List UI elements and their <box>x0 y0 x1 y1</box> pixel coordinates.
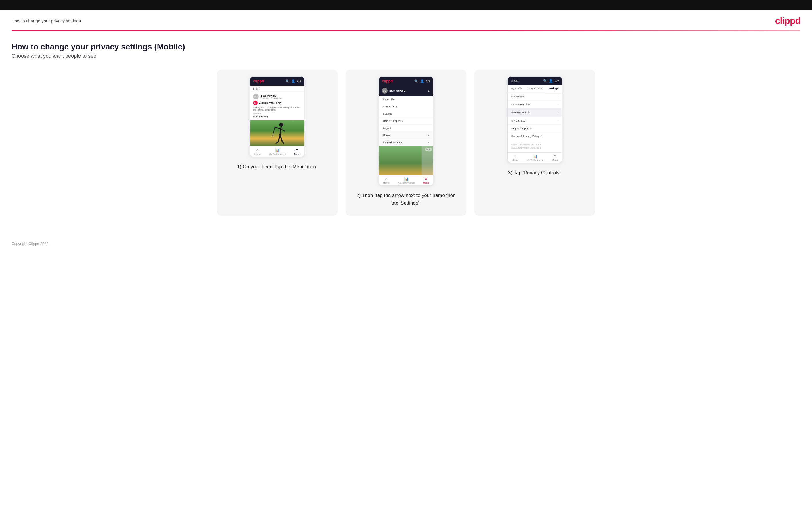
settings-icon-2: ⊕▾ <box>426 79 430 83</box>
phone3-bottomnav: ⌂ Home 📊 My Performance ≡ Menu <box>508 152 562 163</box>
phone-mockup-1: clippd 🔍 👤 ⊕▾ Feed BM Blair McHarg <box>250 76 305 157</box>
menu-item-settings-label: Settings <box>383 112 393 115</box>
menu-item-helpsupport: Help & Support ↗ <box>379 117 433 125</box>
phone2-bottomnav: ⌂ Home 📊 My Performance ✕ Menu <box>379 175 433 185</box>
feed-tab: Feed <box>250 86 304 91</box>
phone3-nav-performance-label: My Performance <box>526 159 544 161</box>
phone1-icons: 🔍 👤 ⊕▾ <box>286 79 301 83</box>
feed-user-name: Blair McHarg <box>260 94 283 97</box>
chevron-privacycontrols: › <box>558 111 558 114</box>
phone1-nav-home-label: Home <box>254 153 260 155</box>
menu-user-name: Blair McHarg <box>389 89 405 92</box>
user-icon-2: 👤 <box>420 79 424 83</box>
menu-item-logout-label: Logout <box>383 127 391 129</box>
home-icon-2: ⌂ <box>385 177 387 181</box>
phone2-nav-home-label: Home <box>383 181 389 184</box>
phone1-topbar: clippd 🔍 👤 ⊕▾ <box>250 77 304 86</box>
menu-section-home-label: Home <box>383 134 390 137</box>
svg-line-8 <box>283 142 284 143</box>
settings-item-dataintegrations-label: Data Integrations <box>511 103 531 106</box>
app-badge: APP <box>425 148 432 151</box>
settings-item-dataintegrations: Data Integrations › <box>508 101 562 109</box>
phone3-icons: 🔍 👤 ⊕▾ <box>543 79 559 83</box>
menu-icon-3: ≡ <box>554 154 556 158</box>
menu-item-logout: Logout <box>379 125 433 132</box>
feed-golf-image <box>250 120 304 146</box>
phone2-nav-home: ⌂ Home <box>383 177 389 184</box>
lesson-icon: ▶ <box>253 101 258 105</box>
back-chevron: ‹ <box>511 79 511 82</box>
menu-avatar: BM <box>382 88 388 94</box>
feed-lesson-title: ▶ Lesson with Fordy <box>253 101 301 105</box>
feed-lesson-desc: Looking to feel like my hands are exitin… <box>253 106 301 111</box>
svg-point-0 <box>279 123 283 127</box>
step3-caption: 3) Tap 'Privacy Controls'. <box>508 169 562 177</box>
phone2-nav-close: ✕ Menu <box>423 177 429 184</box>
tab-connections[interactable]: Connections <box>525 85 545 92</box>
phone2-nav-performance: 📊 My Performance <box>398 177 415 184</box>
phone1-nav-menu: ≡ Menu <box>294 148 300 155</box>
phone-mockup-2: clippd 🔍 👤 ⊕▾ BM Blair McHarg <box>379 76 433 185</box>
settings-item-helpsupport: Help & Support ↗ <box>508 125 562 132</box>
cards-row: clippd 🔍 👤 ⊕▾ Feed BM Blair McHarg <box>11 69 801 216</box>
svg-line-1 <box>280 127 281 135</box>
feed-user-sub: Yesterday · Sunningdale <box>260 97 283 99</box>
menu-section-home: Home ▾ <box>379 132 433 139</box>
feed-post: BM Blair McHarg Yesterday · Sunningdale … <box>250 91 304 120</box>
search-icon-2: 🔍 <box>414 79 418 83</box>
svg-line-5 <box>278 135 280 142</box>
menu-icon: ≡ <box>296 148 299 152</box>
svg-line-7 <box>276 142 278 143</box>
copyright: Copyright Clippd 2022 <box>11 241 49 246</box>
chart-icon: 📊 <box>275 148 280 152</box>
chevron-myaccount: › <box>558 95 558 98</box>
menu-chevron-up: ▲ <box>427 89 430 93</box>
settings-item-mygolfbag-label: My Golf Bag <box>511 119 525 122</box>
step2-caption: 2) Then, tap the arrow next to your name… <box>353 192 459 207</box>
phone-mockup-3: ‹ Back 🔍 👤 ⊕▾ My Profile Connections Set… <box>507 76 562 163</box>
svg-line-6 <box>280 135 283 142</box>
phone2-nav-performance-label: My Performance <box>398 181 415 184</box>
settings-icon: ⊕▾ <box>297 79 301 83</box>
tab-settings[interactable]: Settings <box>545 85 561 93</box>
footer: Copyright Clippd 2022 <box>0 236 812 251</box>
settings-item-myaccount-label: My Account <box>511 95 525 98</box>
feed-user-row: BM Blair McHarg Yesterday · Sunningdale <box>253 94 301 99</box>
menu-item-myprofile-label: My Profile <box>383 98 395 101</box>
phone3-nav-menu-label: Menu <box>552 159 558 161</box>
phone3-nav-menu: ≡ Menu <box>552 154 558 161</box>
menu-dropdown: BM Blair McHarg ▲ My Profile Connections… <box>379 86 433 146</box>
menu-section-performance-label: My Performance <box>383 141 402 144</box>
settings-item-privacypolicy: Service & Privacy Policy ↗ <box>508 132 562 140</box>
header-title: How to change your privacy settings <box>11 18 81 23</box>
page-subheading: Choose what you want people to see <box>11 53 801 59</box>
logo: clippd <box>775 15 801 26</box>
settings-item-mygolfbag: My Golf Bag › <box>508 117 562 125</box>
menu-item-settings: Settings <box>379 110 433 117</box>
step2-card: clippd 🔍 👤 ⊕▾ BM Blair McHarg <box>346 69 466 216</box>
step1-card: clippd 🔍 👤 ⊕▾ Feed BM Blair McHarg <box>217 69 338 216</box>
chart-icon-2: 📊 <box>404 177 409 181</box>
phone1-bottomnav: ⌂ Home 📊 My Performance ≡ Menu <box>250 146 304 157</box>
home-icon: ⌂ <box>256 148 258 152</box>
phone3-nav-home: ⌂ Home <box>512 154 518 161</box>
menu-item-connections-label: Connections <box>383 105 397 108</box>
phone2-nav-close-label: Menu <box>423 181 429 184</box>
phone1-nav-home: ⌂ Home <box>254 148 260 155</box>
menu-item-helpsupport-label: Help & Support ↗ <box>383 119 404 122</box>
settings-item-privacycontrols: Privacy Controls › <box>508 109 562 117</box>
step1-caption: 1) On your Feed, tap the 'Menu' icon. <box>237 163 317 171</box>
background-content: APP <box>379 146 433 175</box>
tab-myprofile[interactable]: My Profile <box>508 85 525 92</box>
section-chevron-performance: ▾ <box>427 141 429 144</box>
feed-avatar: BM <box>253 94 259 99</box>
menu-item-connections: Connections <box>379 103 433 110</box>
phone3-nav-performance: 📊 My Performance <box>526 154 544 161</box>
gql-server-version: GQL Server Version: 2022.7.30-1 <box>511 146 558 149</box>
settings-item-privacycontrols-label: Privacy Controls <box>511 111 530 114</box>
phone1-logo: clippd <box>253 79 264 83</box>
settings-version: Clippd Client Version: 2022.8.3-3 GQL Se… <box>508 140 562 152</box>
menu-user-row: BM Blair McHarg ▲ <box>379 86 433 96</box>
menu-item-myprofile: My Profile <box>379 96 433 103</box>
golfer-svg <box>272 122 289 146</box>
